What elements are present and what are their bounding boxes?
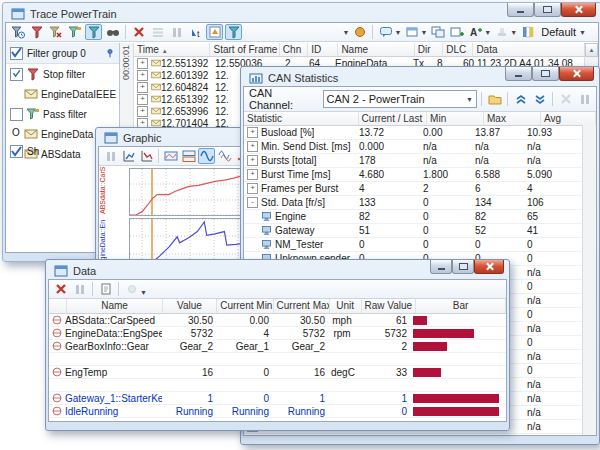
expand-icon[interactable]: + (137, 70, 148, 81)
stats-row[interactable]: +n/a (244, 434, 596, 436)
stats-column-header[interactable]: Current / Last (359, 112, 427, 125)
filter-checkbox[interactable] (10, 68, 23, 81)
stop-filter-icon[interactable] (28, 24, 45, 40)
expand-icon[interactable]: + (137, 106, 148, 117)
detail-view-icon[interactable] (149, 24, 166, 40)
comment-icon[interactable] (377, 24, 394, 40)
expand-icon[interactable]: + (247, 435, 258, 436)
filter-setup-icon[interactable] (9, 24, 26, 40)
stats-row[interactable]: +Burst Time [ms]4.6801.8006.5885.090 (244, 168, 596, 182)
data-column-header[interactable]: Value (163, 299, 218, 313)
trace-column-header[interactable]: Start of Frame (210, 43, 279, 56)
data-column-header[interactable] (49, 299, 67, 313)
trace-combo-caret[interactable]: ▼ (343, 29, 350, 36)
record-icon[interactable] (123, 281, 140, 297)
close-button[interactable] (474, 260, 504, 274)
filter-tree-item[interactable]: EngineDataIEEE (6, 84, 119, 104)
stats-row[interactable]: +Busload [%]13.720.0013.8710.93 (244, 126, 596, 140)
data-row[interactable]: EngineData::EngSpeed573245732rpm5732 (49, 327, 506, 340)
data-column-header[interactable]: Raw Value (362, 299, 417, 313)
expand-all-icon[interactable] (531, 91, 548, 107)
data-column-header[interactable]: Name (67, 299, 162, 313)
window-mode-icon[interactable] (403, 24, 420, 40)
edit-icon[interactable] (97, 281, 114, 297)
filter-toggle-icon[interactable] (85, 24, 102, 40)
expand-icon[interactable]: + (137, 58, 148, 69)
clear-trace-icon[interactable] (130, 24, 147, 40)
data-column-header[interactable]: Unit (330, 299, 362, 313)
expand-icon[interactable]: + (247, 169, 258, 180)
pause-icon[interactable] (102, 148, 119, 164)
stamp-icon[interactable] (493, 24, 510, 40)
scroll-up-icon[interactable]: ▲ (585, 43, 598, 57)
minimize-button[interactable] (430, 260, 452, 274)
filter-x-icon[interactable] (47, 24, 64, 40)
spline-style-icon[interactable] (216, 148, 233, 164)
data-row[interactable] (49, 353, 506, 366)
stats-row[interactable]: +Min. Send Dist. [ms]0.000n/an/an/a (244, 140, 596, 154)
pin-icon[interactable] (105, 45, 115, 61)
expand-icon[interactable]: - (247, 197, 258, 208)
data-row[interactable]: Gateway_1::StarterKey1011 (49, 392, 506, 405)
data-row[interactable]: IdleRunningRunningRunningRunning0 (49, 405, 506, 418)
trace-column-header[interactable]: Data (473, 43, 598, 56)
folder-icon[interactable] (486, 91, 503, 107)
export-signals-icon[interactable] (120, 148, 137, 164)
trace-column-header[interactable]: Time ▲ (134, 43, 210, 56)
fixed-timestamp-icon[interactable]: t (187, 24, 204, 40)
close-button[interactable] (561, 3, 596, 17)
filter-flag-icon[interactable] (66, 24, 83, 40)
stats-scrollbar[interactable] (582, 125, 596, 435)
stats-row[interactable]: Engine8208265 (244, 210, 596, 224)
stats-column-header[interactable]: Avg (541, 112, 596, 125)
marker-icon[interactable] (206, 24, 223, 40)
clipped-checkbox[interactable] (10, 145, 23, 158)
trace-column-header[interactable]: Dir (415, 43, 443, 56)
find-icon[interactable] (104, 24, 121, 40)
maximize-button[interactable] (534, 3, 561, 17)
toolbar-overflow-icon[interactable]: ▼ (140, 289, 147, 296)
filter-checkbox[interactable] (10, 108, 23, 121)
line-style-icon[interactable] (198, 148, 215, 164)
stats-column-header[interactable]: Statistic (244, 112, 359, 125)
expand-icon[interactable]: + (247, 155, 258, 166)
pause-icon[interactable] (71, 281, 88, 297)
expand-icon[interactable]: + (247, 127, 258, 138)
expand-icon[interactable]: + (137, 82, 148, 93)
filter-tree-item[interactable]: Stop filter (6, 64, 119, 84)
expand-icon[interactable]: + (137, 94, 148, 105)
trace-column-header[interactable]: Name (338, 43, 414, 56)
stats-row[interactable]: +Bursts [total]178n/an/an/a (244, 154, 596, 168)
data-row[interactable]: GearBoxInfo::GearGear_2Gear_1Gear_22 (49, 340, 506, 353)
expand-icon[interactable]: + (247, 183, 258, 194)
new-window-icon[interactable] (448, 24, 465, 40)
analysis-filter-icon[interactable] (225, 24, 242, 40)
minimize-button[interactable] (507, 3, 534, 17)
data-column-header[interactable]: Current Min (217, 299, 273, 313)
data-column-header[interactable]: Bar (416, 299, 506, 313)
stats-row[interactable]: Gateway5105241 (244, 224, 596, 238)
filter-group-checkbox[interactable] (10, 47, 23, 60)
clear-icon[interactable] (52, 281, 69, 297)
maximize-button[interactable] (452, 260, 474, 274)
data-row[interactable] (49, 379, 506, 392)
pause-icon[interactable] (576, 91, 593, 107)
data-row[interactable] (49, 418, 506, 422)
expand-icon[interactable]: + (247, 141, 258, 152)
stats-row[interactable]: -Std. Data [fr/s]1330134106 (244, 196, 596, 210)
reset-icon[interactable] (557, 91, 574, 107)
data-row[interactable]: EngTemp16016degC33 (49, 366, 506, 379)
import-signals-icon[interactable] (138, 148, 155, 164)
pause-icon[interactable] (168, 24, 185, 40)
trace-column-header[interactable]: DLC (443, 43, 473, 56)
maximize-button[interactable] (532, 67, 559, 81)
trace-column-header[interactable]: ID (308, 43, 338, 56)
minimize-button[interactable] (505, 67, 532, 81)
copy-window-icon[interactable] (429, 24, 446, 40)
data-window[interactable]: Data ▼ NameValueCurrent MinCurrent MaxUn… (45, 259, 510, 431)
stats-row[interactable]: +Frames per Burst4264 (244, 182, 596, 196)
data-row[interactable]: ABSdata::CarSpeed30.500.0030.50mph61 (49, 314, 506, 327)
font-size-icon[interactable]: A (467, 24, 484, 40)
stats-column-header[interactable]: Min (427, 112, 484, 125)
data-column-header[interactable]: Current Max (274, 299, 330, 313)
